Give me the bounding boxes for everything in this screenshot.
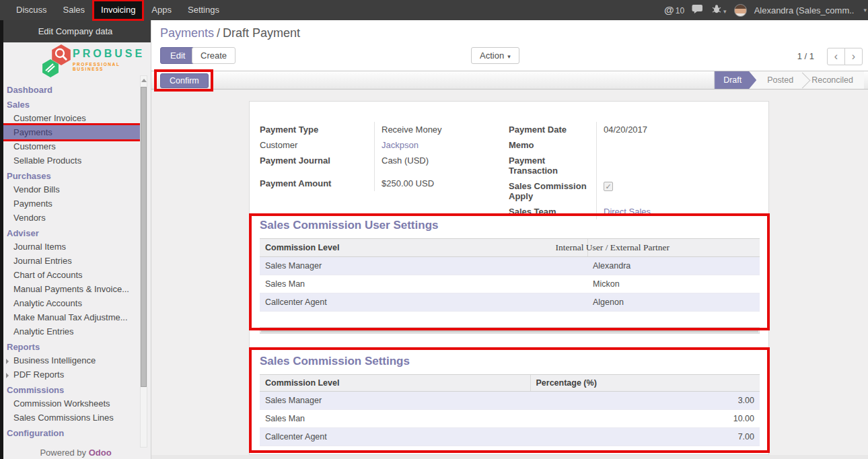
table-horizontal-scrollbar[interactable] [260, 327, 760, 334]
caret-down-icon: ▾ [507, 53, 511, 60]
field-value-payment-amount: $250.00 USD [374, 168, 502, 191]
at-icon: @ [664, 4, 674, 15]
field-label-payment-type: Payment Type [260, 122, 374, 137]
sidebar-item-make-manual-tax-adjustme[interactable]: Make Manual Tax Adjustme... [0, 310, 141, 324]
sidebar-item-chart-of-accounts[interactable]: Chart of Accounts [0, 268, 141, 282]
company-logo[interactable]: PROBUSE PROFESSIONAL BUSINESS [0, 42, 151, 81]
sidebar-item-commission-worksheets[interactable]: Commission Worksheets [0, 396, 141, 411]
control-panel: Payments/Draft Payment Edit Create Actio… [151, 20, 868, 71]
scroll-up-icon[interactable] [141, 79, 147, 82]
column-header-percentage: Percentage (%) [530, 375, 760, 392]
sidebar-item-analytic-entries[interactable]: Analytic Entries [0, 324, 141, 339]
sidebar-item-payments[interactable]: Payments [0, 197, 141, 211]
confirm-button[interactable]: Confirm [160, 73, 209, 88]
field-label-sales-team: Sales Team [509, 204, 596, 219]
table-row-callcenter-agent[interactable]: Callcenter AgentAlgenon [260, 293, 760, 312]
sidebar: Edit Company data PROBUSE PROFESSIONAL B… [0, 20, 151, 459]
table-row-callcenter-agent[interactable]: Callcenter Agent7.00 [260, 428, 760, 446]
edit-button[interactable]: Edit [160, 47, 195, 64]
link-direct-sales[interactable]: Direct Sales [604, 207, 651, 217]
column-header-commission-level: Commission Level [260, 375, 530, 392]
menu-sales[interactable]: Sales [55, 0, 94, 20]
field-label-customer: Customer [260, 137, 374, 153]
sidebar-section-dashboard[interactable]: Dashboard [0, 83, 141, 96]
cell-value: 7.00 [530, 428, 760, 446]
edit-company-data-button[interactable]: Edit Company data [0, 20, 151, 42]
table-row-sales-man[interactable]: Sales Man10.00 [260, 410, 760, 428]
cell-commission-level: Sales Man [260, 410, 530, 428]
sidebar-nav: DashboardSalesCustomer InvoicesPaymentsC… [0, 83, 141, 439]
column-header-commission-level: Commission Level [260, 239, 587, 257]
action-dropdown[interactable]: Action▾ [471, 47, 519, 64]
table-row-sales-manager[interactable]: Sales Manager3.00 [260, 392, 760, 410]
sidebar-item-customer-invoices[interactable]: Customer Invoices [0, 111, 141, 125]
sidebar-section-commissions[interactable]: Commissions [0, 384, 141, 396]
avatar[interactable] [734, 4, 747, 17]
cell-value: Algenon [587, 293, 760, 312]
menu-settings[interactable]: Settings [180, 0, 227, 20]
sidebar-section-adviser[interactable]: Adviser [0, 227, 141, 240]
field-value-memo [596, 137, 741, 153]
pager-previous-button[interactable]: ‹ [827, 48, 845, 65]
sidebar-item-business-intelligence[interactable]: Business Intelligence [0, 353, 141, 367]
breadcrumb: Payments/Draft Payment [160, 26, 300, 40]
topbar-menus: DiscussSalesInvoicingAppsSettings [0, 0, 227, 20]
odoo-link[interactable]: Odoo [89, 448, 112, 458]
sidebar-item-journal-entries[interactable]: Journal Entries [0, 254, 141, 268]
breadcrumb-current: Draft Payment [223, 26, 300, 40]
sidebar-item-manual-payments-invoice[interactable]: Manual Payments & Invoice... [0, 282, 141, 296]
sidebar-item-sales-commissions-lines[interactable]: Sales Commissions Lines [0, 411, 141, 425]
form-group-left: Payment TypeReceive MoneyCustomerJackpso… [260, 122, 502, 191]
sidebar-item-vendors[interactable]: Vendors [0, 211, 141, 225]
menu-invoicing[interactable]: Invoicing [93, 0, 143, 20]
field-label-sales-commission-apply: Sales Commission Apply [509, 178, 596, 204]
stage-draft[interactable]: Draft [715, 71, 756, 89]
page-bottom [151, 455, 868, 459]
sidebar-section-purchases[interactable]: Purchases [0, 170, 141, 182]
statusbar: Confirm DraftPostedReconciled [151, 71, 868, 90]
sidebar-section-reports[interactable]: Reports [0, 341, 141, 353]
mention-indicator[interactable]: @10 [664, 4, 684, 16]
column-header-internal-user: Internal User / External Partner [587, 239, 760, 257]
field-label-payment-transaction: Payment Transaction [509, 153, 596, 178]
messages-icon[interactable] [692, 4, 704, 17]
checkbox-sales-commission-apply[interactable]: ✓ [604, 182, 613, 191]
sidebar-item-journal-items[interactable]: Journal Items [0, 240, 141, 254]
table-row-sales-manager[interactable]: Sales ManagerAlexandra [260, 257, 760, 275]
field-value-customer: Jackpson [374, 137, 502, 153]
cell-value: 3.00 [530, 392, 760, 410]
sidebar-section-configuration[interactable]: Configuration [0, 427, 141, 439]
menu-discuss[interactable]: Discuss [8, 0, 55, 20]
link-jackpson[interactable]: Jackpson [382, 140, 419, 150]
pager-next-button[interactable]: › [844, 48, 863, 65]
field-value-payment-date: 04/20/2017 [596, 122, 741, 137]
field-value-sales-commission-apply: ✓ [596, 178, 741, 204]
topbar: DiscussSalesInvoicingAppsSettings @10 ▾ … [0, 0, 868, 20]
breadcrumb-payments-link[interactable]: Payments [160, 26, 214, 40]
section-commission-user-settings: Sales Commission User Settings Commissio… [260, 219, 760, 334]
debug-menu[interactable]: ▾ [712, 4, 727, 16]
sidebar-item-payments[interactable]: Payments [0, 125, 141, 139]
sidebar-item-vendor-bills[interactable]: Vendor Bills [0, 182, 141, 197]
table-row-sales-man[interactable]: Sales ManMickon [260, 275, 760, 293]
sidebar-section-sales[interactable]: Sales [0, 98, 141, 111]
brand-tagline: PROFESSIONAL BUSINESS [73, 62, 151, 71]
mention-count: 10 [676, 6, 684, 15]
scrollbar-thumb[interactable] [141, 87, 147, 387]
bug-icon [712, 4, 721, 13]
sidebar-item-analytic-accounts[interactable]: Analytic Accounts [0, 296, 141, 310]
sidebar-item-pdf-reports[interactable]: PDF Reports [0, 367, 141, 382]
expand-arrow-icon[interactable] [6, 373, 9, 378]
user-menu[interactable]: Alexandra (Sales_comm.. [754, 5, 855, 15]
menu-apps[interactable]: Apps [143, 0, 180, 20]
sidebar-item-sellable-products[interactable]: Sellable Products [0, 153, 141, 168]
sidebar-item-customers[interactable]: Customers [0, 139, 141, 153]
scrollbar-thumb[interactable] [261, 328, 758, 332]
expand-arrow-icon[interactable] [6, 359, 9, 364]
cell-commission-level: Sales Man [260, 275, 587, 293]
sidebar-scrollbar[interactable] [140, 75, 147, 448]
create-button[interactable]: Create [192, 47, 236, 64]
commission-settings-table: Commission Level Percentage (%) Sales Ma… [260, 374, 760, 446]
field-label-payment-journal: Payment Journal [260, 153, 374, 168]
field-label-payment-amount: Payment Amount [260, 168, 374, 191]
